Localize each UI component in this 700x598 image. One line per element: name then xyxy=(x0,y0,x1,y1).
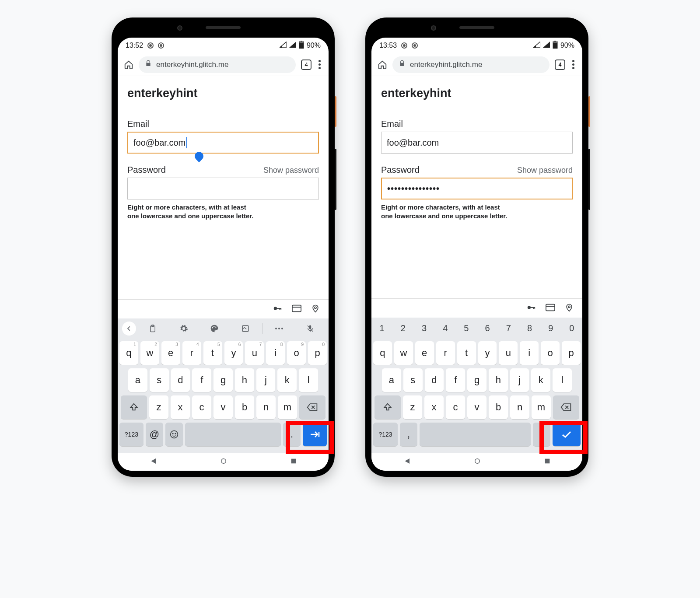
key-n[interactable]: n xyxy=(510,395,529,419)
enter-key[interactable] xyxy=(553,423,581,446)
key-o[interactable]: o9 xyxy=(287,341,306,365)
key-8[interactable]: 8 xyxy=(519,318,540,339)
email-field[interactable]: foo@bar.com xyxy=(127,132,319,154)
payment-card-icon[interactable] xyxy=(546,304,555,313)
period-key[interactable]: . xyxy=(283,423,301,446)
key-v[interactable]: v xyxy=(214,395,233,419)
password-key-icon[interactable] xyxy=(526,303,536,314)
key-g[interactable]: g xyxy=(214,368,233,392)
shift-key[interactable] xyxy=(374,395,401,419)
more-options-icon[interactable] xyxy=(265,327,294,330)
shift-key[interactable] xyxy=(121,395,147,419)
key-b[interactable]: b xyxy=(235,395,254,419)
symbols-key[interactable]: ?123 xyxy=(119,423,144,446)
key-e[interactable]: e3 xyxy=(161,341,180,365)
key-t[interactable]: t xyxy=(457,341,476,365)
mic-muted-icon[interactable] xyxy=(296,324,325,333)
address-bar[interactable]: enterkeyhint.glitch.me xyxy=(392,56,550,73)
password-field[interactable] xyxy=(127,178,319,199)
settings-gear-icon[interactable] xyxy=(170,324,198,333)
key-y[interactable]: y xyxy=(478,341,497,365)
key-f[interactable]: f xyxy=(446,368,465,392)
nav-recent-icon[interactable] xyxy=(290,458,297,466)
key-k[interactable]: k xyxy=(531,368,550,392)
key-7[interactable]: 7 xyxy=(498,318,519,339)
key-z[interactable]: z xyxy=(403,395,422,419)
tab-switcher[interactable]: 4 xyxy=(555,59,565,70)
key-r[interactable]: r4 xyxy=(182,341,201,365)
key-p[interactable]: p0 xyxy=(308,341,327,365)
clipboard-icon[interactable] xyxy=(139,324,167,333)
key-m[interactable]: m xyxy=(532,395,551,419)
key-5[interactable]: 5 xyxy=(456,318,477,339)
address-bar[interactable]: enterkeyhint.glitch.me xyxy=(139,56,296,73)
nav-recent-icon[interactable] xyxy=(544,458,551,466)
key-u[interactable]: u xyxy=(499,341,518,365)
key-1[interactable]: 1 xyxy=(371,318,392,339)
key-e[interactable]: e xyxy=(415,341,434,365)
sticker-icon[interactable] xyxy=(231,325,260,332)
key-2[interactable]: 2 xyxy=(392,318,413,339)
tab-switcher[interactable]: 4 xyxy=(301,59,312,70)
theme-palette-icon[interactable] xyxy=(200,324,229,333)
key-q[interactable]: q xyxy=(373,341,392,365)
nav-home-icon[interactable] xyxy=(220,457,228,467)
key-9[interactable]: 9 xyxy=(540,318,561,339)
key-t[interactable]: t5 xyxy=(203,341,222,365)
emoji-key[interactable] xyxy=(165,423,183,446)
payment-card-icon[interactable] xyxy=(292,304,301,314)
key-j[interactable]: j xyxy=(510,368,529,392)
key-c[interactable]: c xyxy=(446,395,465,419)
key-p[interactable]: p xyxy=(562,341,581,365)
key-d[interactable]: d xyxy=(171,368,190,392)
key-l[interactable]: l xyxy=(553,368,572,392)
cursor-handle[interactable] xyxy=(193,150,205,162)
symbols-key[interactable]: ?123 xyxy=(373,423,398,446)
key-m[interactable]: m xyxy=(278,395,297,419)
password-field[interactable]: ••••••••••••••• xyxy=(381,178,573,199)
email-field[interactable]: foo@bar.com xyxy=(381,132,573,154)
key-r[interactable]: r xyxy=(436,341,455,365)
key-s[interactable]: s xyxy=(150,368,169,392)
spacebar[interactable] xyxy=(185,423,281,446)
key-n[interactable]: n xyxy=(256,395,276,419)
toolbar-collapse-icon[interactable] xyxy=(122,322,136,336)
key-x[interactable]: x xyxy=(171,395,190,419)
key-w[interactable]: w2 xyxy=(140,341,159,365)
address-pin-icon[interactable] xyxy=(565,302,574,315)
key-i[interactable]: i8 xyxy=(266,341,285,365)
key-4[interactable]: 4 xyxy=(435,318,456,339)
home-icon[interactable] xyxy=(378,60,387,70)
key-z[interactable]: z xyxy=(149,395,168,419)
key-f[interactable]: f xyxy=(192,368,211,392)
extra-key-1[interactable]: @ xyxy=(146,423,163,446)
key-x[interactable]: x xyxy=(424,395,444,419)
show-password-toggle[interactable]: Show password xyxy=(517,166,573,175)
nav-back-icon[interactable] xyxy=(403,457,411,467)
overflow-menu-icon[interactable] xyxy=(317,60,322,69)
password-key-icon[interactable] xyxy=(273,304,282,315)
key-b[interactable]: b xyxy=(489,395,508,419)
key-a[interactable]: a xyxy=(128,368,147,392)
key-d[interactable]: d xyxy=(425,368,444,392)
extra-key-1[interactable]: , xyxy=(400,423,417,446)
key-c[interactable]: c xyxy=(192,395,211,419)
key-0[interactable]: 0 xyxy=(561,318,582,339)
spacebar[interactable] xyxy=(420,423,531,446)
key-g[interactable]: g xyxy=(467,368,486,392)
key-o[interactable]: o xyxy=(541,341,560,365)
key-h[interactable]: h xyxy=(489,368,508,392)
key-s[interactable]: s xyxy=(403,368,423,392)
address-pin-icon[interactable] xyxy=(311,303,320,315)
key-k[interactable]: k xyxy=(277,368,297,392)
key-v[interactable]: v xyxy=(467,395,486,419)
period-key[interactable]: . xyxy=(533,423,550,446)
key-h[interactable]: h xyxy=(235,368,254,392)
backspace-key[interactable] xyxy=(553,395,579,419)
key-y[interactable]: y6 xyxy=(224,341,243,365)
enter-key[interactable] xyxy=(303,423,327,446)
key-u[interactable]: u7 xyxy=(245,341,264,365)
home-icon[interactable] xyxy=(124,60,133,70)
overflow-menu-icon[interactable] xyxy=(570,60,576,69)
key-w[interactable]: w xyxy=(394,341,413,365)
